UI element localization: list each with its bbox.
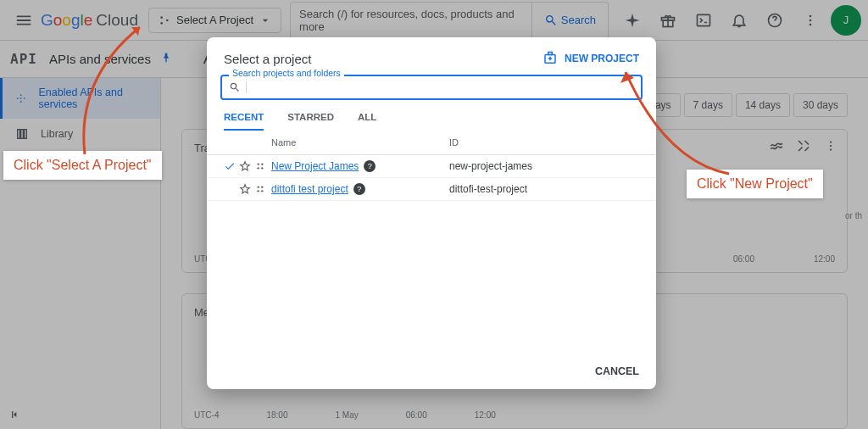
- cancel-button[interactable]: CANCEL: [595, 365, 639, 377]
- help-icon[interactable]: ?: [364, 160, 376, 172]
- star-icon[interactable]: [239, 183, 251, 195]
- annotation-new-project: Click "New Project": [687, 170, 823, 198]
- table-header: Name ID: [207, 131, 656, 155]
- svg-point-26: [261, 164, 263, 165]
- svg-point-32: [261, 190, 263, 192]
- project-id: dittofi-test-project: [449, 183, 639, 195]
- project-name-link[interactable]: New Project James: [271, 160, 359, 172]
- col-id: ID: [449, 137, 639, 148]
- project-search-input[interactable]: [220, 75, 643, 100]
- svg-point-27: [258, 167, 259, 169]
- tab-recent[interactable]: RECENT: [224, 112, 264, 131]
- col-name: Name: [271, 137, 449, 148]
- modal-tabs: RECENT STARRED ALL: [207, 100, 656, 131]
- project-icon: [254, 160, 266, 172]
- table-row[interactable]: New Project James? new-project-james: [207, 155, 656, 178]
- project-icon: [254, 183, 266, 195]
- star-icon[interactable]: [239, 160, 251, 172]
- annotation-select-project: Click "Select A Project": [3, 151, 162, 180]
- select-project-modal: Select a project NEW PROJECT Search proj…: [207, 37, 656, 389]
- help-icon[interactable]: ?: [353, 183, 365, 195]
- search-icon: [229, 81, 241, 93]
- svg-point-25: [258, 164, 259, 165]
- project-name-link[interactable]: dittofi test project: [271, 183, 348, 195]
- svg-rect-24: [548, 53, 553, 55]
- new-project-icon: [542, 51, 558, 66]
- tab-starred[interactable]: STARRED: [287, 112, 334, 131]
- table-row[interactable]: dittofi test project? dittofi-test-proje…: [207, 178, 656, 201]
- project-id: new-project-james: [449, 160, 639, 172]
- svg-point-29: [258, 187, 259, 188]
- check-icon: [224, 160, 236, 172]
- svg-point-30: [261, 187, 263, 188]
- svg-point-31: [258, 190, 259, 192]
- svg-point-28: [261, 167, 263, 169]
- new-project-button[interactable]: NEW PROJECT: [542, 51, 639, 66]
- modal-title: Select a project: [224, 52, 311, 66]
- tab-all[interactable]: ALL: [358, 112, 376, 131]
- search-legend: Search projects and folders: [229, 68, 344, 78]
